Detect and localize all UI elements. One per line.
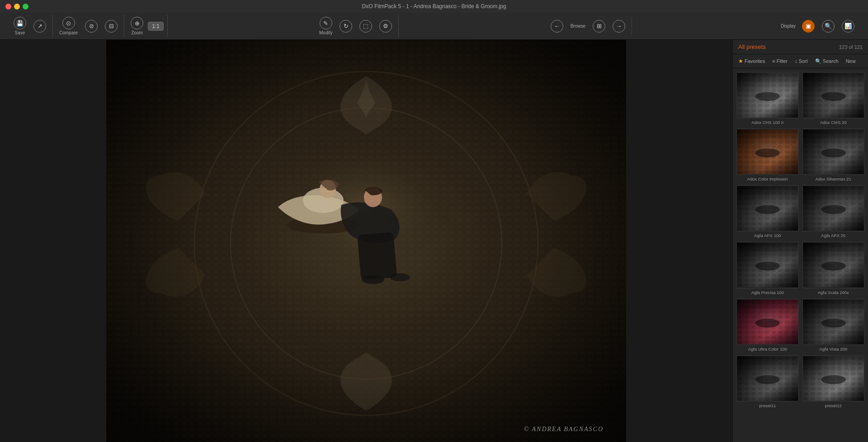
preset-label: Agfa Scala 200x <box>802 290 865 295</box>
filter-button[interactable]: ≡ Filter <box>770 57 789 65</box>
filter-icon: ≡ <box>772 58 775 64</box>
window-title: DxO FilmPack 5 - 1 - Andrea Bagnasco - B… <box>362 3 506 10</box>
svg-rect-84 <box>737 356 798 401</box>
preset-item[interactable]: Adox CHS 100 II <box>736 72 799 125</box>
new-label: New <box>846 58 856 64</box>
browse-text: Browse <box>571 24 585 29</box>
preset-label: Agfa Precisa 100 <box>736 290 799 295</box>
adjust-button[interactable]: ⚙ <box>377 18 395 34</box>
sort-button[interactable]: ↕ Sort <box>793 57 810 65</box>
preset-label: Adox Silvermax 21 <box>802 176 865 181</box>
adjust-icon: ⚙ <box>379 20 392 33</box>
rotate-button[interactable]: ↻ <box>337 18 355 34</box>
display-zoom-button[interactable]: 🔍 <box>819 18 837 34</box>
preset-thumbnail <box>802 242 865 288</box>
svg-rect-42 <box>803 129 864 174</box>
preset-thumbnail <box>736 299 799 345</box>
preset-item[interactable]: preset12 <box>802 355 865 408</box>
svg-rect-24 <box>737 73 798 118</box>
crop-button[interactable]: ⬚ <box>357 18 375 34</box>
rotate-icon: ↻ <box>340 20 352 33</box>
window-controls <box>5 4 28 10</box>
grid-icon: ⊞ <box>593 20 605 33</box>
sort-icon: ↕ <box>795 58 797 64</box>
svg-rect-66 <box>803 243 864 288</box>
preset-thumbnail <box>736 242 799 288</box>
presets-sidebar: All presets 123 of 121 ★ Favorites ≡ Fil… <box>732 40 868 442</box>
modify-button[interactable]: ✎ Modify <box>316 15 335 37</box>
crop-icon: ⬚ <box>359 20 372 33</box>
svg-rect-72 <box>737 299 798 344</box>
search-label: Search <box>823 58 839 64</box>
browse-grid-button[interactable]: ⊞ <box>590 18 608 34</box>
filter-label: Filter <box>777 58 788 64</box>
save-button[interactable]: 💾 Save <box>11 15 29 37</box>
display-histogram-button[interactable]: 📊 <box>839 18 857 34</box>
preset-item[interactable]: preset11 <box>736 355 799 408</box>
svg-rect-90 <box>803 356 864 401</box>
compare-split-icon: ⊘ <box>85 20 98 33</box>
preset-item[interactable]: Agfa Precisa 100 <box>736 242 799 295</box>
zoom-1to1-button[interactable]: 1:1 <box>148 22 164 31</box>
export-button[interactable]: ↗ <box>31 18 49 34</box>
image-area: © ANDREA BAGNASCO <box>0 40 732 442</box>
compare-group: ⊙ Compare ⊘ ⊟ <box>53 15 124 37</box>
preset-item[interactable]: Agfa APX 100 <box>736 185 799 238</box>
preset-label: Adox Color Implosion <box>736 176 799 181</box>
compare-icon: ⊙ <box>62 17 75 29</box>
zoom-button[interactable]: ⊕ Zoom <box>128 15 146 37</box>
maximize-button[interactable] <box>23 4 28 10</box>
preset-thumbnail <box>802 185 865 232</box>
preset-thumbnail <box>736 128 799 175</box>
svg-rect-78 <box>803 299 864 344</box>
new-button[interactable]: New <box>844 57 858 65</box>
display-single-button[interactable]: ▣ <box>799 18 817 34</box>
preset-thumbnail <box>802 299 865 345</box>
minimize-button[interactable] <box>14 4 20 10</box>
preset-thumbnail <box>802 72 865 119</box>
preset-label: Agfa Vista 200 <box>802 347 865 352</box>
toolbar: 💾 Save ↗ ⊙ Compare ⊘ ⊟ ⊕ Zoom 1:1 ✎ Modi… <box>0 13 868 40</box>
browse-prev-button[interactable]: ← <box>548 18 566 34</box>
preset-label: preset12 <box>802 403 865 408</box>
compare-button[interactable]: ⊙ Compare <box>57 15 80 37</box>
preset-label: Agfa APX 100 <box>736 233 799 238</box>
save-icon: 💾 <box>14 17 26 29</box>
export-icon: ↗ <box>33 20 46 33</box>
close-button[interactable] <box>5 4 11 10</box>
preset-label: Agfa APX 25 <box>802 233 865 238</box>
compare-label: Compare <box>59 30 78 35</box>
preset-item[interactable]: Adox Color Implosion <box>736 128 799 181</box>
display-single-icon: ▣ <box>802 20 815 33</box>
sort-label: Sort <box>799 58 808 64</box>
svg-rect-30 <box>803 73 864 118</box>
svg-rect-48 <box>737 186 798 231</box>
compare-split-button[interactable]: ⊘ <box>82 18 100 34</box>
zoom-group: ⊕ Zoom 1:1 <box>124 15 168 37</box>
zoom-icon: ⊕ <box>131 17 143 29</box>
preset-item[interactable]: Agfa Vista 200 <box>802 299 865 352</box>
preset-item[interactable]: Adox CMS 20 <box>802 72 865 125</box>
display-histogram-icon: 📊 <box>842 20 854 33</box>
preset-item[interactable]: Agfa Ultra Color 100 <box>736 299 799 352</box>
save-label: Save <box>15 30 25 35</box>
preset-item[interactable]: Agfa APX 25 <box>802 185 865 238</box>
compare-side-button[interactable]: ⊟ <box>102 18 120 34</box>
preset-thumbnail <box>736 72 799 119</box>
presets-title: All presets <box>738 43 766 50</box>
star-icon: ★ <box>738 58 743 64</box>
search-button[interactable]: 🔍 Search <box>813 57 840 65</box>
preset-item[interactable]: Agfa Scala 200x <box>802 242 865 295</box>
preset-thumbnail <box>802 128 865 175</box>
main-photo: © ANDREA BAGNASCO <box>106 40 626 442</box>
next-icon: → <box>613 20 625 33</box>
compare-side-icon: ⊟ <box>105 20 118 33</box>
sidebar-controls: ★ Favorites ≡ Filter ↕ Sort 🔍 Search New <box>733 54 868 68</box>
preset-label: Adox CHS 100 II <box>736 120 799 125</box>
svg-rect-54 <box>803 186 864 231</box>
preset-thumbnail <box>802 355 865 402</box>
preset-item[interactable]: Adox Silvermax 21 <box>802 128 865 181</box>
display-zoom-icon: 🔍 <box>822 20 835 33</box>
favorites-button[interactable]: ★ Favorites <box>736 57 767 65</box>
browse-next-button[interactable]: → <box>610 18 628 34</box>
